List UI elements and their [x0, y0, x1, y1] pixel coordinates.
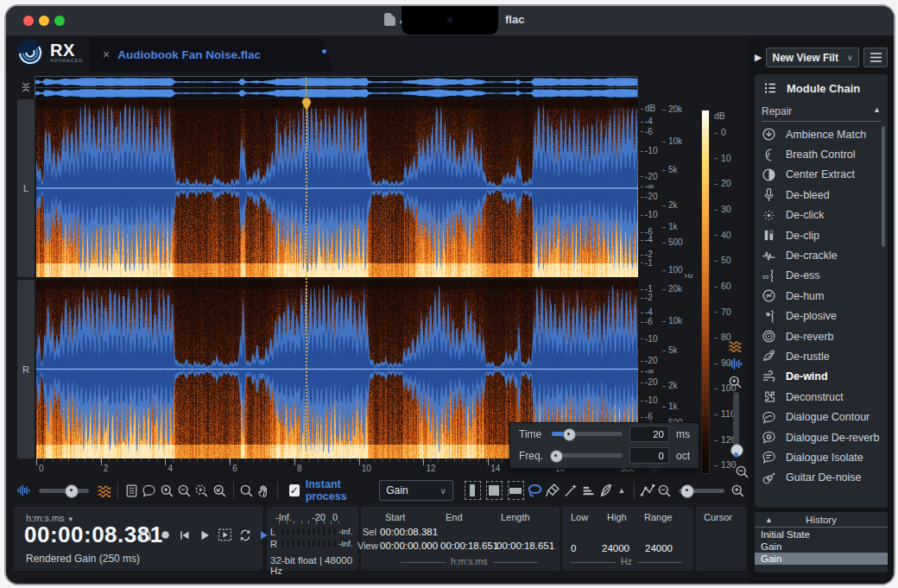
module-item-de-ess[interactable]: De-ess — [762, 266, 884, 286]
module-item-breath-control[interactable]: Breath Control — [762, 144, 884, 164]
meter-bar-L — [279, 528, 336, 534]
module-item-dialogue-isolate[interactable]: Dialogue Isolate — [762, 447, 884, 467]
tool-options-triangle[interactable]: ▲ — [618, 486, 626, 495]
history-item-1[interactable]: Gain — [755, 541, 888, 553]
play-button[interactable] — [198, 528, 212, 542]
return-to-start-button[interactable] — [178, 528, 192, 542]
module-item-de-hum[interactable]: De-hum — [762, 286, 884, 306]
preview-play-icon[interactable]: ▶ — [755, 52, 762, 63]
lasso-selection-tool[interactable] — [527, 479, 544, 502]
markers-list-icon[interactable] — [123, 479, 140, 502]
level-meters-panel: -Inf. -20 0 L -Inf. R -Inf. 32-bit float… — [267, 507, 358, 571]
spectrogram-left-channel — [36, 99, 638, 277]
module-item-de-reverb[interactable]: De-reverb — [762, 326, 884, 346]
history-item-2[interactable]: Gain — [755, 553, 888, 565]
legend-labels-label-7: 70 — [714, 307, 731, 317]
horizontal-zoom-out-icon[interactable] — [656, 479, 674, 502]
module-item-guitar-de-noise[interactable]: Guitar De-noise — [762, 468, 884, 488]
grab-hand-tool-icon[interactable] — [256, 479, 273, 502]
waveform-view-icon[interactable] — [728, 357, 743, 371]
collapse-triangle-icon[interactable]: ▲ — [873, 105, 881, 117]
module-item-ambience-match[interactable]: Ambience Match — [762, 124, 884, 144]
vertical-zoom-slider[interactable] — [733, 392, 739, 458]
module-item-center-extract[interactable]: Center Extract — [762, 165, 884, 185]
module-item-de-bleed[interactable]: De-bleed — [762, 185, 884, 205]
status-text: Rendered Gain (250 ms) — [26, 553, 140, 565]
instant-process-toggle[interactable]: ✓ Instant process — [289, 478, 372, 503]
vertical-zoom-in-icon[interactable] — [728, 375, 743, 389]
transport-panel: h:m:s.ms ▼ 00:00:08.381 Rendered Gain (2… — [14, 507, 262, 571]
module-item-de-plosive[interactable]: De-plosive — [762, 307, 884, 326]
fade-feather-tool[interactable] — [597, 479, 614, 502]
play-selection-button[interactable] — [218, 528, 232, 542]
frequency-axis-left: 20k10k5k2k1k500100 — [662, 101, 692, 277]
monitor-headphones-button[interactable] — [138, 528, 153, 542]
time-frequency-selection-tool[interactable] — [486, 481, 503, 500]
legend-labels-label-3: 30 — [714, 204, 731, 214]
module-item-de-wind[interactable]: De-wind — [762, 367, 884, 387]
popup-freq-slider[interactable] — [552, 453, 623, 458]
module-item-de-crackle[interactable]: De-crackle — [762, 245, 884, 265]
brush-selection-tool[interactable] — [544, 479, 561, 502]
popup-freq-value[interactable]: 0 — [629, 447, 669, 464]
module-item-de-clip[interactable]: De-clip — [762, 225, 884, 245]
tab-label[interactable]: Audiobook Fan Noise.flac — [117, 48, 261, 61]
module-item-dialogue-contour[interactable]: Dialogue Contour — [762, 407, 884, 427]
document-tab[interactable]: × Audiobook Fan Noise.flac — [89, 37, 334, 72]
frequency-selection-tool[interactable] — [508, 481, 524, 500]
loop-playback-button[interactable] — [238, 528, 252, 542]
display-blend-slider[interactable] — [39, 489, 89, 493]
horizontal-zoom-slider[interactable] — [679, 489, 724, 493]
module-chain-item[interactable]: Module Chain — [763, 81, 860, 95]
zoom-to-selection-icon[interactable] — [193, 479, 211, 502]
module-item-de-click[interactable]: De-click — [762, 205, 884, 225]
spectrogram-display-icon[interactable] — [96, 479, 113, 502]
horizontal-zoom-thumb[interactable] — [680, 484, 694, 498]
zoom-in-icon[interactable] — [158, 479, 175, 502]
hamburger-menu-icon[interactable] — [863, 47, 888, 67]
history-item-0[interactable]: Initial State — [755, 528, 888, 541]
magnify-tool-icon[interactable] — [237, 479, 255, 502]
display-blend-thumb[interactable] — [65, 484, 79, 498]
module-item-dialogue-de-reverb[interactable]: Dialogue De-reverb — [762, 427, 884, 447]
collapse-overview-icon[interactable] — [20, 79, 32, 96]
zoom-window-button[interactable] — [54, 16, 65, 26]
history-header[interactable]: ▲ History — [755, 512, 888, 528]
module-item-deconstruct[interactable]: Deconstruct — [762, 387, 884, 407]
amp-axis-L-label-7: -10 — [641, 210, 657, 219]
channel-divider — [36, 277, 638, 280]
instant-process-checkbox[interactable]: ✓ — [289, 484, 300, 496]
spectrogram-display[interactable] — [36, 99, 638, 458]
time-selection-tool[interactable] — [465, 481, 481, 500]
minimize-window-button[interactable] — [39, 16, 49, 26]
amp-axis-R-label-8: -10 — [641, 395, 657, 405]
popup-time-slider[interactable] — [552, 432, 623, 436]
amp-axis-L-label-9: -4 — [641, 235, 653, 244]
popup-time-value[interactable]: 20 — [629, 426, 669, 442]
overview-playhead — [306, 77, 307, 98]
waveform-display-icon[interactable] — [15, 479, 32, 502]
module-item-de-rustle[interactable]: De-rustle — [762, 346, 884, 366]
playhead-marker[interactable] — [300, 97, 313, 111]
channel-strip-right[interactable]: R — [17, 280, 35, 458]
close-window-button[interactable] — [23, 16, 34, 26]
zoom-out-icon[interactable] — [175, 479, 193, 502]
channel-strip-left[interactable]: L — [17, 99, 35, 277]
playhead-line — [306, 110, 307, 458]
record-button[interactable] — [159, 528, 172, 541]
collapse-triangle-icon[interactable]: ▲ — [765, 515, 773, 524]
waveform-overview[interactable] — [35, 76, 638, 98]
vertical-zoom-slider-thumb[interactable] — [730, 444, 743, 457]
gain-curve-tool[interactable] — [638, 479, 655, 502]
process-mode-select[interactable]: Gain ∨ — [379, 480, 453, 501]
magic-wand-tool[interactable] — [561, 479, 579, 502]
view-filter-select[interactable]: New View Filt ∨ — [766, 47, 859, 67]
zoom-fit-icon[interactable] — [211, 479, 228, 502]
module-list-scrollbar[interactable] — [882, 126, 885, 247]
spectrogram-view-icon[interactable] — [728, 338, 743, 353]
horizontal-zoom-in-icon[interactable] — [730, 479, 747, 502]
repair-section-header[interactable]: Repair ▲ — [762, 105, 881, 122]
comment-icon[interactable] — [141, 479, 158, 502]
amplify-bars-tool[interactable] — [579, 479, 597, 502]
tab-close-icon[interactable]: × — [103, 47, 110, 61]
